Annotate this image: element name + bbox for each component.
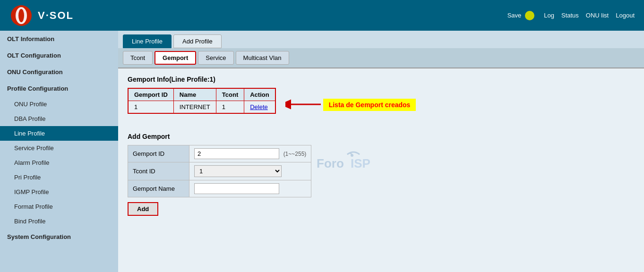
- sidebar-item-onu-configuration[interactable]: ONU Configuration: [0, 64, 118, 80]
- sidebar-item-system-configuration[interactable]: System Configuration: [0, 229, 118, 245]
- sidebar-item-alarm-profile[interactable]: Alarm Profile: [0, 155, 118, 170]
- tab-gemport[interactable]: Gemport: [155, 51, 196, 65]
- table-annotation-row: Gemport ID Name Tcont Action 1 INTERNET …: [128, 88, 635, 123]
- label-gemport-id: Gemport ID: [128, 145, 189, 162]
- gemport-info-title: Gemport Info(Line Profile:1): [128, 76, 635, 83]
- status-indicator: [525, 11, 534, 20]
- tab-bar-top: Line Profile Add Profile: [118, 31, 644, 48]
- cell-tcont: 1: [216, 101, 244, 114]
- save-label[interactable]: Save: [507, 12, 522, 19]
- form-row-tcont-id: Tcont ID 1: [128, 162, 311, 180]
- tab-bar-sub: Tcont Gemport Service Multicast Vlan: [118, 48, 644, 68]
- status-link[interactable]: Status: [561, 12, 579, 19]
- annotation-label: Lista de Gemport creados: [323, 99, 416, 111]
- brand-name: V·SOL: [38, 9, 74, 22]
- cell-gemport-name-input: [189, 180, 311, 197]
- tab-multicast-vlan[interactable]: Multicast Vlan: [236, 51, 289, 65]
- col-name: Name: [173, 88, 216, 101]
- sidebar-item-pri-profile[interactable]: Pri Profile: [0, 170, 118, 185]
- save-area: Save: [507, 11, 535, 20]
- svg-point-2: [18, 9, 24, 22]
- table-row: 1 INTERNET 1 Delete: [128, 101, 275, 114]
- tab-line-profile[interactable]: Line Profile: [123, 34, 172, 48]
- label-gemport-name: Gemport Name: [128, 180, 189, 197]
- logout-link[interactable]: Logout: [616, 12, 635, 19]
- vsol-logo: [9, 4, 33, 27]
- sidebar-item-format-profile[interactable]: Format Profile: [0, 199, 118, 214]
- sidebar-item-bind-profile[interactable]: Bind Profile: [0, 214, 118, 229]
- sidebar-item-olt-configuration[interactable]: OLT Configuration: [0, 47, 118, 64]
- header-links: Log Status ONU list Logout: [544, 12, 635, 19]
- tab-service[interactable]: Service: [198, 51, 233, 65]
- sidebar-item-service-profile[interactable]: Service Profile: [0, 141, 118, 155]
- col-action: Action: [244, 88, 275, 101]
- header: V·SOL Save Log Status ONU list Logout: [0, 0, 644, 31]
- tab-tcont[interactable]: Tcont: [123, 51, 153, 65]
- logo-area: V·SOL: [9, 4, 74, 27]
- gemport-id-input[interactable]: [194, 148, 279, 159]
- tab-add-profile[interactable]: Add Profile: [173, 34, 222, 48]
- main-layout: OLT Information OLT Configuration ONU Co…: [0, 31, 644, 272]
- label-tcont-id: Tcont ID: [128, 162, 189, 180]
- arrow-icon: [285, 96, 323, 113]
- gemport-table: Gemport ID Name Tcont Action 1 INTERNET …: [128, 88, 276, 114]
- sidebar-item-profile-configuration[interactable]: Profile Configuration: [0, 80, 118, 97]
- col-tcont: Tcont: [216, 88, 244, 101]
- sidebar-item-onu-profile[interactable]: ONU Profile: [0, 97, 118, 111]
- cell-gemport-id: 1: [128, 101, 173, 114]
- gemport-id-hint: (1~~255): [283, 151, 307, 157]
- cell-tcont-id-select: 1: [189, 162, 311, 180]
- header-right: Save Log Status ONU list Logout: [507, 11, 635, 20]
- add-gemport-title: Add Gemport: [128, 133, 635, 140]
- cell-name: INTERNET: [173, 101, 216, 114]
- tcont-id-select[interactable]: 1: [194, 165, 282, 177]
- gemport-name-input[interactable]: [194, 183, 279, 194]
- add-button[interactable]: Add: [128, 202, 158, 216]
- form-row-gemport-name: Gemport Name: [128, 180, 311, 197]
- sidebar-item-line-profile[interactable]: Line Profile: [0, 126, 118, 141]
- add-gemport-form: Gemport ID (1~~255) Tcont ID 1 Gemp: [128, 145, 311, 197]
- log-link[interactable]: Log: [544, 12, 554, 19]
- delete-link[interactable]: Delete: [250, 103, 268, 110]
- sidebar-item-igmp-profile[interactable]: IGMP Profile: [0, 185, 118, 199]
- onu-list-link[interactable]: ONU list: [586, 12, 609, 19]
- sidebar-item-dba-profile[interactable]: DBA Profile: [0, 111, 118, 126]
- cell-action[interactable]: Delete: [244, 101, 275, 114]
- sidebar: OLT Information OLT Configuration ONU Co…: [0, 31, 118, 272]
- form-row-gemport-id: Gemport ID (1~~255): [128, 145, 311, 162]
- content-inner: Gemport Info(Line Profile:1) Gemport ID …: [118, 68, 644, 223]
- cell-gemport-id-input: (1~~255): [189, 145, 311, 162]
- sidebar-item-olt-information[interactable]: OLT Information: [0, 31, 118, 47]
- content-area: Line Profile Add Profile Tcont Gemport S…: [118, 31, 644, 272]
- col-gemport-id: Gemport ID: [128, 88, 173, 101]
- annotation-container: Lista de Gemport creados: [285, 96, 416, 113]
